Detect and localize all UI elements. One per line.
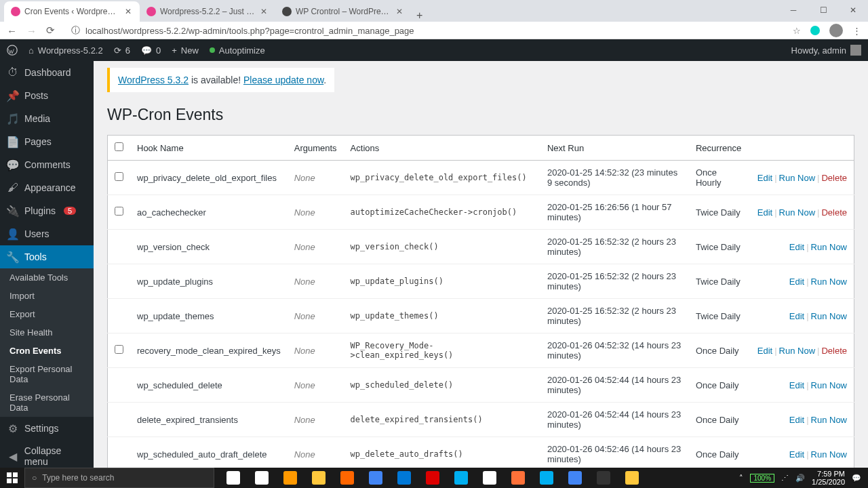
cell-next: 2020-01-26 04:52:32 (14 hours 23 minutes… (540, 333, 689, 368)
window-controls: ─ ☐ ✕ (778, 0, 868, 20)
sidebar-item-settings[interactable]: ⚙Settings (0, 417, 94, 440)
run-now-link[interactable]: Run Now (779, 346, 815, 356)
edit-link[interactable]: Edit (789, 311, 804, 321)
tab-title: WP Crontrol – WordPress plugin (296, 7, 391, 16)
sidebar-item-appearance[interactable]: 🖌Appearance (0, 176, 94, 199)
reload-icon[interactable]: ⟳ (46, 24, 55, 37)
cell-hook: ao_cachechecker (130, 195, 288, 230)
wp-version-link[interactable]: WordPress 5.3.2 (118, 75, 189, 85)
cell-recur: Twice Daily (689, 195, 751, 230)
edit-link[interactable]: Edit (757, 173, 772, 183)
cell-action: delete_expired_transients() (344, 403, 540, 437)
browser-tab[interactable]: Wordpress-5.2.2 – Just another W✕ (140, 1, 275, 22)
run-now-link[interactable]: Run Now (811, 449, 847, 460)
url-text: localhost/wordpress-5.2.2/wp-admin/tools… (85, 26, 414, 36)
browser-chrome: Cron Events ‹ Wordpress-5.2.2 —✕Wordpres… (0, 0, 868, 39)
run-now-link[interactable]: Run Now (779, 173, 815, 183)
close-icon[interactable]: ✕ (259, 7, 269, 16)
submenu-item-export[interactable]: Export (0, 305, 94, 323)
submenu-item-available-tools[interactable]: Available Tools (0, 268, 94, 287)
menu-icon[interactable]: ⋮ (852, 26, 861, 36)
cell-recur: Twice Daily (689, 230, 751, 264)
table-row: wp_update_themes None wp_update_themes()… (108, 299, 854, 333)
sidebar-item-dashboard[interactable]: ⏱Dashboard (0, 61, 94, 84)
sidebar-item-media[interactable]: 🎵Media (0, 107, 94, 130)
run-now-link[interactable]: Run Now (811, 242, 847, 252)
new-tab-button[interactable]: + (411, 9, 428, 22)
site-name-link[interactable]: ⌂ Wordpress-5.2.2 (28, 45, 103, 56)
delete-link[interactable]: Delete (821, 207, 847, 218)
row-checkbox[interactable] (115, 207, 123, 216)
profile-avatar-icon[interactable] (829, 24, 843, 37)
edit-link[interactable]: Edit (789, 449, 804, 460)
run-now-link[interactable]: Run Now (811, 415, 847, 425)
sidebar-item-users[interactable]: 👤Users (0, 222, 94, 245)
site-info-icon[interactable]: ⓘ (71, 24, 80, 37)
row-checkbox[interactable] (115, 345, 123, 354)
cell-next: 2020-01-25 16:52:32 (2 hours 23 minutes) (540, 230, 689, 264)
back-icon[interactable]: ← (7, 25, 17, 37)
edit-link[interactable]: Edit (757, 207, 772, 218)
submenu-item-erase-personal-data[interactable]: Erase Personal Data (0, 388, 94, 417)
cell-recur: Once Hourly (689, 161, 751, 195)
cell-next: 2020-01-25 14:52:32 (23 minutes 9 second… (540, 161, 689, 195)
updates-link[interactable]: ⟳ 6 (114, 45, 130, 56)
cell-recur: Twice Daily (689, 299, 751, 333)
page-icon: 📄 (7, 136, 19, 148)
run-now-link[interactable]: Run Now (811, 380, 847, 390)
select-all-checkbox[interactable] (115, 142, 123, 151)
cell-hook: recovery_mode_clean_expired_keys (130, 333, 288, 368)
forward-icon[interactable]: → (26, 25, 37, 37)
col-hook[interactable]: Hook Name (130, 136, 288, 161)
star-icon[interactable]: ☆ (793, 26, 801, 36)
delete-link[interactable]: Delete (821, 173, 847, 183)
howdy-account[interactable]: Howdy, admin (791, 45, 861, 56)
cell-next: 2020-01-26 04:52:46 (14 hours 23 minutes… (540, 437, 689, 468)
edit-link[interactable]: Edit (757, 346, 772, 356)
edit-link[interactable]: Edit (789, 415, 804, 425)
sidebar-item-label: Plugins (24, 205, 56, 216)
cell-hook: wp_update_themes (130, 299, 288, 333)
table-row: delete_expired_transients None delete_ex… (108, 403, 854, 437)
sidebar-item-tools[interactable]: 🔧Tools (0, 245, 94, 268)
edit-link[interactable]: Edit (789, 380, 804, 390)
sidebar-item-comments[interactable]: 💬Comments (0, 153, 94, 176)
sidebar-item-pages[interactable]: 📄Pages (0, 130, 94, 153)
browser-tab[interactable]: WP Crontrol – WordPress plugin✕ (275, 1, 411, 22)
submenu-item-cron-events[interactable]: Cron Events (0, 342, 94, 360)
maximize-button[interactable]: ☐ (808, 0, 838, 20)
minimize-button[interactable]: ─ (778, 0, 808, 20)
close-icon[interactable]: ✕ (395, 7, 404, 16)
address-row: ← → ⟳ ⓘ localhost/wordpress-5.2.2/wp-adm… (0, 22, 868, 39)
row-checkbox[interactable] (115, 172, 123, 181)
col-next[interactable]: Next Run (540, 136, 689, 161)
update-now-link[interactable]: Please update now (243, 75, 323, 85)
edit-link[interactable]: Edit (789, 242, 804, 252)
sidebar-item-posts[interactable]: 📌Posts (0, 84, 94, 107)
brush-icon: 🖌 (7, 182, 19, 194)
submenu-item-import[interactable]: Import (0, 287, 94, 305)
close-icon[interactable]: ✕ (123, 7, 133, 16)
run-now-link[interactable]: Run Now (811, 311, 847, 321)
browser-tab[interactable]: Cron Events ‹ Wordpress-5.2.2 —✕ (4, 1, 140, 22)
wp-logo[interactable] (7, 45, 18, 56)
sidebar-item-plugins[interactable]: 🔌Plugins5 (0, 199, 94, 222)
extension-icon[interactable] (810, 26, 820, 35)
close-window-button[interactable]: ✕ (838, 0, 868, 20)
col-recur: Recurrence (689, 136, 751, 161)
submenu-item-site-health[interactable]: Site Health (0, 323, 94, 342)
cell-action: wp_scheduled_delete() (344, 368, 540, 403)
run-now-link[interactable]: Run Now (779, 207, 815, 218)
autoptimize-link[interactable]: Autoptimize (210, 45, 265, 56)
delete-link[interactable]: Delete (821, 346, 847, 356)
new-content-link[interactable]: + New (172, 45, 199, 56)
address-bar[interactable]: ⓘ localhost/wordpress-5.2.2/wp-admin/too… (63, 22, 785, 39)
comments-link[interactable]: 💬 0 (141, 45, 161, 56)
submenu-item-export-personal-data[interactable]: Export Personal Data (0, 360, 94, 388)
cell-action: wp_version_check() (344, 230, 540, 264)
run-now-link[interactable]: Run Now (811, 277, 847, 287)
cell-hook: wp_update_plugins (130, 264, 288, 299)
edit-link[interactable]: Edit (789, 277, 804, 287)
sidebar-item-collapse-menu[interactable]: ◀Collapse menu (0, 440, 94, 468)
cell-args: None (288, 299, 344, 333)
